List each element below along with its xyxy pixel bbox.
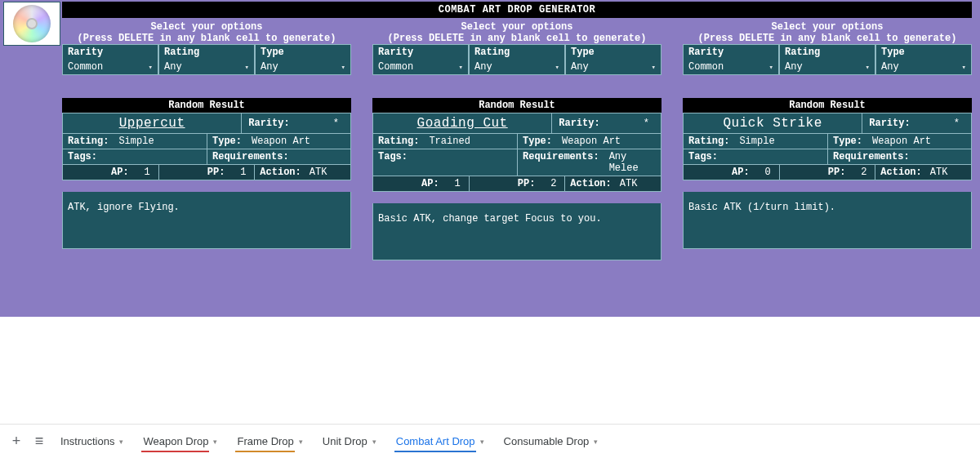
type-header: Type xyxy=(565,45,662,60)
result-action: Action:ATK xyxy=(875,165,971,180)
chevron-down-icon: ▾ xyxy=(341,63,345,72)
result-header: Random Result xyxy=(372,98,662,113)
result-ap: AP:1 xyxy=(63,165,159,180)
result-description: ATK, ignore Flying. xyxy=(62,192,351,249)
result-header: Random Result xyxy=(683,98,972,113)
result-action: Action:ATK xyxy=(255,165,350,180)
result-ap: AP:1 xyxy=(373,176,470,191)
result-type: Type:Weapon Art xyxy=(827,134,971,149)
chevron-down-icon: ▾ xyxy=(480,438,484,446)
result-type: Type:Weapon Art xyxy=(517,134,661,149)
result-tags: Tags: xyxy=(63,149,207,164)
result-pp: PP:2 xyxy=(470,176,566,191)
chevron-down-icon: ▾ xyxy=(213,438,217,446)
tab-label: Unit Drop xyxy=(323,435,368,447)
chevron-down-icon: ▾ xyxy=(245,63,249,72)
result-description: Basic ATK (1/turn limit). xyxy=(683,192,972,249)
tab-label: Instructions xyxy=(60,435,114,447)
result-ap: AP:0 xyxy=(684,165,780,180)
result-rating: Rating:Simple xyxy=(63,134,207,149)
sheet-tab-bar: + ≡ Instructions▾Weapon Drop▾Frame Drop▾… xyxy=(0,424,980,458)
generator-panel: Select your options (Press DELETE in any… xyxy=(683,21,972,260)
chevron-down-icon: ▾ xyxy=(372,438,376,446)
chevron-down-icon: ▾ xyxy=(594,438,598,446)
result-rarity: Rarity:* xyxy=(551,113,661,133)
result-name: Goading Cut xyxy=(373,113,551,133)
result-description: Basic ATK, change target Focus to you. xyxy=(372,203,662,260)
rating-header: Rating xyxy=(779,45,875,60)
sheet-tab[interactable]: Combat Art Drop▾ xyxy=(386,425,494,458)
result-name: Uppercut xyxy=(63,113,241,133)
result-rating: Rating:Trained xyxy=(373,134,517,149)
rarity-header: Rarity xyxy=(372,45,469,60)
options-subheader: (Press DELETE in any blank cell to gener… xyxy=(372,33,662,44)
options-subheader: (Press DELETE in any blank cell to gener… xyxy=(62,33,351,44)
chevron-down-icon: ▾ xyxy=(769,63,773,72)
result-type: Type:Weapon Art xyxy=(207,134,350,149)
rarity-header: Rarity xyxy=(683,45,779,60)
chevron-down-icon: ▾ xyxy=(555,63,559,72)
rarity-dropdown[interactable]: Common▾ xyxy=(372,60,469,75)
rating-header: Rating xyxy=(158,45,255,60)
tab-label: Frame Drop xyxy=(237,435,293,447)
result-requirements: Requirements: xyxy=(827,149,971,164)
chevron-down-icon: ▾ xyxy=(652,63,656,72)
sheet-tab[interactable]: Frame Drop▾ xyxy=(227,425,312,458)
rating-dropdown[interactable]: Any▾ xyxy=(158,60,255,75)
options-header: Select your options xyxy=(62,21,351,33)
tab-label: Combat Art Drop xyxy=(396,435,475,447)
options-subheader: (Press DELETE in any blank cell to gener… xyxy=(683,33,972,44)
result-pp: PP:1 xyxy=(159,165,256,180)
type-dropdown[interactable]: Any▾ xyxy=(255,60,351,75)
result-rarity: Rarity:* xyxy=(862,113,971,133)
add-sheet-button[interactable]: + xyxy=(5,433,28,450)
rarity-dropdown[interactable]: Common▾ xyxy=(62,60,158,75)
chevron-down-icon: ▾ xyxy=(119,438,123,446)
chevron-down-icon: ▾ xyxy=(149,63,153,72)
rating-dropdown[interactable]: Any▾ xyxy=(469,60,565,75)
rating-dropdown[interactable]: Any▾ xyxy=(779,60,875,75)
result-tags: Tags: xyxy=(684,149,827,164)
result-header: Random Result xyxy=(62,98,351,113)
chevron-down-icon: ▾ xyxy=(962,63,966,72)
rarity-header: Rarity xyxy=(62,45,158,60)
chevron-down-icon: ▾ xyxy=(299,438,303,446)
type-dropdown[interactable]: Any▾ xyxy=(875,60,972,75)
type-header: Type xyxy=(255,45,351,60)
result-name: Quick Strike xyxy=(684,113,862,133)
all-sheets-button[interactable]: ≡ xyxy=(28,433,51,450)
result-requirements: Requirements:Any Melee xyxy=(517,149,661,176)
page-title: COMBAT ART DROP GENERATOR xyxy=(62,2,972,18)
generator-panel: Select your options (Press DELETE in any… xyxy=(372,21,662,260)
disc-icon xyxy=(13,5,51,42)
options-header: Select your options xyxy=(372,21,662,33)
rating-header: Rating xyxy=(469,45,565,60)
sheet-tab[interactable]: Unit Drop▾ xyxy=(313,425,386,458)
rarity-dropdown[interactable]: Common▾ xyxy=(683,60,779,75)
result-pp: PP:2 xyxy=(780,165,876,180)
sheet-tab[interactable]: Instructions▾ xyxy=(51,425,133,458)
tab-label: Weapon Drop xyxy=(143,435,208,447)
chevron-down-icon: ▾ xyxy=(459,63,463,72)
result-requirements: Requirements: xyxy=(207,149,350,164)
type-header: Type xyxy=(875,45,972,60)
type-dropdown[interactable]: Any▾ xyxy=(565,60,662,75)
result-tags: Tags: xyxy=(373,149,517,176)
options-header: Select your options xyxy=(683,21,972,33)
result-action: Action:ATK xyxy=(565,176,661,191)
work-area: COMBAT ART DROP GENERATOR Select your op… xyxy=(0,0,980,317)
result-rarity: Rarity:* xyxy=(241,113,350,133)
chevron-down-icon: ▾ xyxy=(866,63,870,72)
result-rating: Rating:Simple xyxy=(684,134,827,149)
disc-image-cell xyxy=(3,2,60,46)
sheet-tab[interactable]: Consumable Drop▾ xyxy=(494,425,608,458)
sheet-tab[interactable]: Weapon Drop▾ xyxy=(133,425,227,458)
generator-panel: Select your options (Press DELETE in any… xyxy=(62,21,351,260)
tab-label: Consumable Drop xyxy=(504,435,590,447)
